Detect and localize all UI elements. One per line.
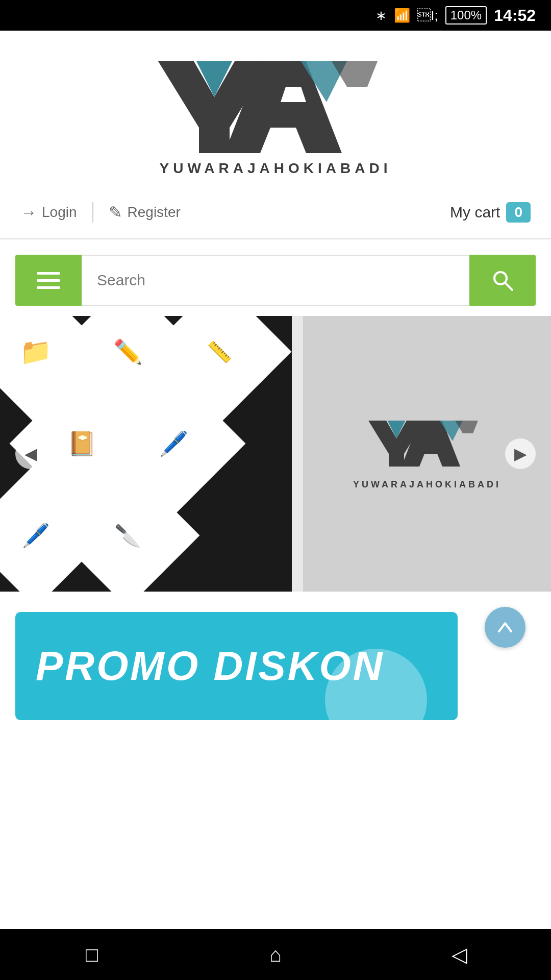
- signal-icon: I;: [417, 8, 438, 23]
- logo-container: YUWARAJAHOKIABADI: [148, 56, 403, 177]
- bottom-nav-home[interactable]: ⌂: [255, 934, 296, 975]
- banner-logo-svg: [361, 418, 493, 469]
- back-icon: ◁: [452, 943, 467, 966]
- menu-button[interactable]: [15, 255, 82, 306]
- login-label: Login: [42, 204, 77, 220]
- search-button[interactable]: [469, 255, 536, 306]
- chevron-left-icon: ◀: [24, 444, 37, 463]
- square-icon: □: [86, 943, 98, 966]
- search-bar: [0, 244, 551, 316]
- status-bar: ∗ 📶 I; 100% 14:52: [0, 0, 551, 31]
- bottom-nav-back[interactable]: ◁: [439, 934, 480, 975]
- brand-name-text: YUWARAJAHOKIABADI: [160, 160, 392, 177]
- login-button[interactable]: → Login: [20, 203, 77, 222]
- search-input-wrap[interactable]: [82, 255, 469, 306]
- promo-section: PROMO DISKON: [0, 592, 551, 730]
- promo-banner: PROMO DISKON: [15, 612, 458, 720]
- scroll-top-button[interactable]: [485, 607, 525, 648]
- register-label: Register: [128, 204, 181, 220]
- bottom-nav: □ ⌂ ◁: [0, 929, 551, 980]
- bluetooth-icon: ∗: [375, 8, 387, 23]
- register-icon: ✎: [109, 203, 122, 222]
- register-button[interactable]: ✎ Register: [109, 203, 181, 222]
- cart-count: 0: [506, 202, 531, 223]
- home-icon: ⌂: [269, 943, 282, 966]
- battery-label: 100%: [445, 6, 487, 24]
- nav-bar: → Login ✎ Register My cart 0: [0, 192, 551, 233]
- banner-slider: 📁 ✏️ 📏 📔 🖊️ 🖊️ 🔪 YU: [0, 316, 551, 592]
- search-icon: [491, 268, 514, 292]
- chevron-right-icon: ▶: [514, 444, 527, 463]
- status-icons: ∗ 📶 I; 100% 14:52: [375, 6, 536, 25]
- svg-line-7: [505, 283, 512, 290]
- cart-button[interactable]: My cart 0: [450, 202, 531, 223]
- chevron-up-icon: [495, 617, 515, 638]
- nav-divider: [92, 202, 93, 223]
- login-icon: →: [20, 203, 37, 222]
- hamburger-icon: [37, 272, 60, 289]
- banner-brand-text: YUWARAJAHOKIABADI: [353, 479, 501, 490]
- search-input[interactable]: [82, 256, 469, 305]
- logo-area: YUWARAJAHOKIABADI: [0, 31, 551, 192]
- nav-left: → Login ✎ Register: [20, 202, 181, 223]
- brand-logo: [148, 56, 403, 158]
- banner-next-button[interactable]: ▶: [505, 438, 536, 469]
- hamburger-line-2: [37, 279, 60, 282]
- banner-prev-button[interactable]: ◀: [15, 438, 46, 469]
- bottom-nav-square[interactable]: □: [71, 934, 112, 975]
- cart-label: My cart: [450, 204, 500, 221]
- status-time: 14:52: [494, 6, 536, 25]
- hamburger-line-1: [37, 272, 60, 275]
- hamburger-line-3: [37, 286, 60, 289]
- section-divider: [0, 238, 551, 239]
- wifi-icon: 📶: [394, 8, 410, 23]
